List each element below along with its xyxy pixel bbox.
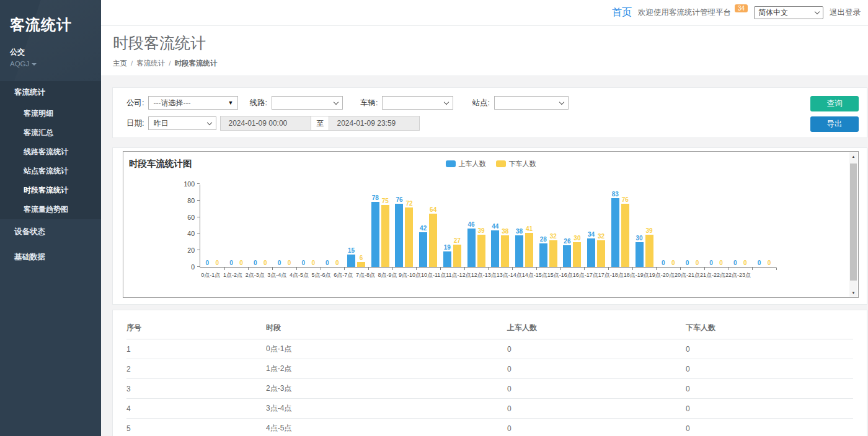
language-select[interactable]: 简体中文	[754, 6, 823, 19]
bar-value-label: 32	[550, 233, 557, 240]
bar-slot: 39	[645, 177, 653, 267]
app-window: 客流统计 公交 AQGJ 客流统计 客流明细客流汇总线路客流统计站点客流统计时段…	[0, 0, 868, 436]
sidebar-item-device-status[interactable]: 设备状态	[0, 219, 101, 245]
bar-slot: 0	[323, 177, 332, 267]
bar-slot: 38	[501, 177, 510, 267]
bar-slot: 28	[539, 177, 547, 267]
chevron-down-icon	[207, 120, 212, 124]
table-cell: 2点-3点	[266, 379, 507, 399]
bar-value-label: 26	[564, 238, 570, 245]
date-end-input[interactable]: 2024-01-09 23:59	[329, 116, 420, 131]
sidebar-subitem[interactable]: 客流量趋势图	[0, 200, 101, 219]
bar-group: 156	[344, 185, 368, 267]
table-cell: 0	[507, 399, 686, 419]
bar-value-label: 38	[516, 228, 523, 235]
x-tick-label: 5点-6点	[310, 271, 332, 279]
page-title: 时段客流统计	[113, 33, 868, 53]
line-select[interactable]	[272, 96, 343, 110]
filter-panel: 公司: ---请选择--- ▼ 线路: 车辆: 站点:	[112, 87, 867, 138]
table-column-header: 下车人数	[686, 318, 853, 339]
y-tick-label: 80	[176, 197, 195, 204]
user-menu[interactable]: AQGJ	[0, 58, 101, 75]
home-link[interactable]: 首页	[612, 6, 632, 19]
sidebar-item-base-data[interactable]: 基础数据	[0, 245, 101, 270]
legend-label: 下车人数	[509, 159, 536, 168]
bar-value-label: 38	[502, 228, 508, 235]
table-cell: 0	[686, 339, 853, 359]
bar	[347, 255, 355, 267]
bar-slot: 0	[203, 177, 211, 267]
chart-box: 时段车流统计图 上车人数下车人数 02040608010000000000000…	[123, 151, 859, 298]
org-label: 公交	[0, 35, 101, 58]
bar-slot: 0	[213, 177, 221, 267]
date-start-input[interactable]: 2024-01-09 00:00	[220, 116, 311, 131]
date-preset-select[interactable]: 昨日	[148, 116, 216, 130]
logout-link[interactable]: 退出登录	[830, 7, 861, 18]
bar-value-label: 44	[492, 223, 498, 230]
bar-slot: 0	[717, 177, 725, 267]
x-tick-label: 11点-12点	[446, 271, 471, 279]
bar	[549, 240, 557, 267]
bar-value-label: 83	[612, 191, 619, 198]
sidebar-subitem[interactable]: 客流明细	[0, 104, 101, 123]
breadcrumb-home[interactable]: 主页	[113, 59, 127, 67]
bar	[477, 235, 485, 267]
chevron-down-icon	[334, 99, 339, 104]
table-cell: 0点-1点	[266, 339, 507, 359]
sidebar-subitem[interactable]: 站点客流统计	[0, 162, 101, 181]
station-select[interactable]	[494, 96, 569, 110]
y-tick-label: 60	[176, 214, 195, 221]
table-cell: 4点-5点	[266, 419, 507, 436]
y-tick-label: 100	[176, 180, 195, 188]
bar-group: 8376	[608, 185, 632, 267]
chart-plot: 0204060801000000000000001567875767242641…	[200, 185, 776, 268]
bar-slot: 0	[683, 177, 691, 267]
bar	[525, 233, 533, 267]
bar-group: 2832	[536, 185, 560, 267]
bar	[621, 204, 629, 267]
scrollbar-up-arrow[interactable]: ▲	[849, 152, 857, 160]
breadcrumb-section[interactable]: 客流统计	[136, 59, 165, 67]
bar-slot: 75	[381, 177, 389, 267]
bar-value-label: 32	[598, 233, 604, 240]
bar-group: 00	[752, 185, 776, 267]
bar-slot: 78	[371, 177, 379, 267]
export-button[interactable]: 导出	[810, 116, 859, 132]
bar-slot: 0	[669, 177, 678, 267]
bar-value-label: 0	[696, 259, 699, 266]
bar-slot: 0	[309, 177, 317, 267]
welcome-text: 欢迎使用客流统计管理平台	[638, 7, 731, 18]
scrollbar-thumb[interactable]	[850, 164, 857, 281]
sidebar-subitem[interactable]: 客流汇总	[0, 123, 101, 142]
table-cell: 0	[507, 359, 686, 379]
sidebar-subitem[interactable]: 时段客流统计	[0, 181, 101, 200]
chevron-down-icon	[815, 9, 820, 14]
y-tick-label: 20	[176, 246, 195, 254]
bar-group: 00	[680, 185, 704, 267]
scrollbar-down-arrow[interactable]: ▼	[849, 289, 857, 297]
bar-value-label: 0	[326, 259, 329, 266]
sidebar-subitem[interactable]: 线路客流统计	[0, 142, 101, 162]
vehicle-select[interactable]	[382, 96, 453, 110]
x-tick-label: 16点-17点	[573, 271, 598, 279]
x-tick-label: 7点-8点	[355, 271, 377, 279]
bar-value-label: 64	[430, 206, 436, 213]
x-tick-label: 6点-7点	[332, 271, 355, 279]
bar	[453, 245, 461, 267]
bar-value-label: 76	[622, 196, 629, 203]
legend-label: 上车人数	[459, 159, 486, 168]
sidebar-item-passenger-stats[interactable]: 客流统计	[0, 81, 101, 104]
bar-group: 00	[272, 185, 296, 267]
x-tick-label: 14点-15点	[522, 271, 547, 279]
bar-value-label: 0	[239, 259, 243, 266]
query-button[interactable]: 查询	[810, 96, 859, 111]
bar-slot: 32	[597, 177, 606, 267]
breadcrumb-separator: /	[131, 59, 133, 67]
company-select[interactable]: ---请选择--- ▼	[148, 96, 238, 110]
bar-slot: 0	[275, 177, 283, 267]
bar-group: 00	[248, 185, 272, 267]
bar-group: 00	[321, 185, 345, 267]
bar-slot: 0	[237, 177, 246, 267]
bar-value-label: 41	[526, 225, 533, 232]
bar-slot: 19	[443, 177, 451, 267]
